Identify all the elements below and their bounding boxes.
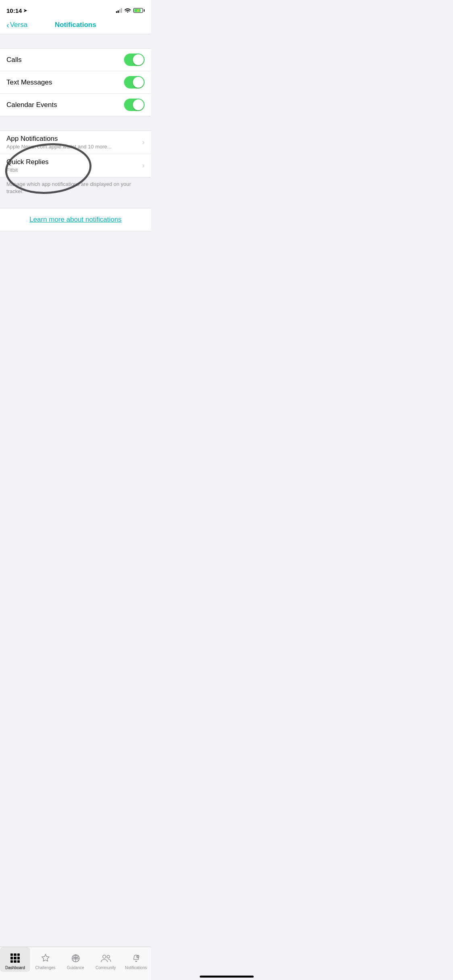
calls-label: Calls xyxy=(6,56,22,64)
wifi-icon xyxy=(124,8,131,14)
signal-icon xyxy=(116,8,122,13)
learn-more-link[interactable]: Learn more about notifications xyxy=(29,216,122,223)
back-chevron-icon: ‹ xyxy=(6,21,9,29)
text-messages-row: Text Messages xyxy=(0,71,151,94)
learn-more-section: Learn more about notifications xyxy=(0,208,151,231)
section-gap-2 xyxy=(0,116,151,130)
calendar-events-row: Calendar Events xyxy=(0,94,151,116)
app-notifications-subtitle: Apple News, com.apple.wallet and 10 more… xyxy=(6,144,139,150)
calendar-events-label: Calendar Events xyxy=(6,101,57,109)
status-bar: 10:14 ➤ ⚡ xyxy=(0,0,151,18)
quick-replies-subtitle: Fitbit xyxy=(6,167,139,173)
nav-settings-group: App Notifications Apple News, com.apple.… xyxy=(0,130,151,177)
quick-replies-row[interactable]: Quick Replies Fitbit › xyxy=(0,154,151,177)
back-label: Versa xyxy=(10,21,27,29)
text-messages-label: Text Messages xyxy=(6,78,52,86)
battery-icon: ⚡ xyxy=(133,8,145,13)
app-notifications-title: App Notifications xyxy=(6,135,139,143)
main-content: Calls Text Messages Calendar Events App … xyxy=(0,34,151,272)
quick-replies-chevron: › xyxy=(142,161,145,170)
nav-header: ‹ Versa Notifications xyxy=(0,18,151,34)
page-title: Notifications xyxy=(55,21,96,29)
calendar-events-toggle[interactable] xyxy=(124,99,145,111)
calls-toggle[interactable] xyxy=(124,54,145,66)
nav-rows-container: App Notifications Apple News, com.apple.… xyxy=(0,130,151,177)
section-footer: Manage which app notifications are displ… xyxy=(0,177,151,202)
back-button[interactable]: ‹ Versa xyxy=(6,21,27,29)
app-notifications-row[interactable]: App Notifications Apple News, com.apple.… xyxy=(0,131,151,154)
status-time: 10:14 ➤ xyxy=(6,7,27,14)
calls-row: Calls xyxy=(0,49,151,71)
text-messages-toggle[interactable] xyxy=(124,76,145,89)
quick-replies-title: Quick Replies xyxy=(6,158,139,166)
app-notifications-chevron: › xyxy=(142,138,145,146)
location-icon: ➤ xyxy=(23,8,27,13)
section-gap-1 xyxy=(0,34,151,48)
footer-text: Manage which app notifications are displ… xyxy=(6,181,131,194)
toggle-settings-group: Calls Text Messages Calendar Events xyxy=(0,48,151,116)
status-icons: ⚡ xyxy=(116,8,145,14)
